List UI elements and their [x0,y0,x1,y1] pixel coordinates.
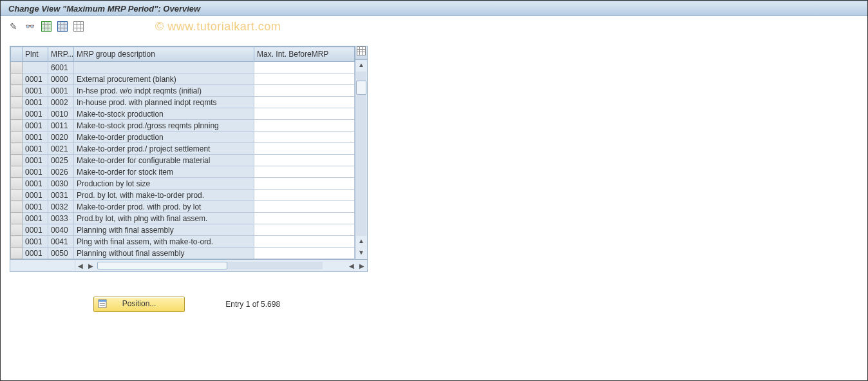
position-icon [98,299,107,308]
row-selector[interactable] [11,155,23,166]
max-input[interactable] [257,214,352,223]
max-input[interactable] [257,179,352,188]
cell-max[interactable] [254,143,355,155]
cell-plnt: 0001 [23,143,48,155]
row-selector[interactable] [11,248,23,259]
cell-max[interactable] [254,190,355,201]
max-input[interactable] [257,144,352,153]
row-selector[interactable] [11,213,23,224]
max-input[interactable] [257,226,352,235]
hscroll-left-icon[interactable]: ◀ [75,262,86,269]
deselect-all-icon[interactable] [72,20,85,33]
cell-desc: Production by lot size [74,178,254,190]
cell-max[interactable] [254,224,355,236]
display-icon[interactable] [23,20,36,33]
table-row: 00010010Make-to-stock production [11,108,355,120]
vertical-scrollbar[interactable]: ▲ ▲ ▼ [355,46,367,259]
row-selector[interactable] [11,120,23,132]
cell-max[interactable] [254,108,355,120]
cell-max[interactable] [254,213,355,224]
cell-max[interactable] [254,166,355,178]
row-selector[interactable] [11,132,23,143]
scroll-up-icon[interactable]: ▲ [355,60,367,72]
cell-mrp: 0011 [48,120,74,132]
hscroll-right2-icon[interactable]: ▶ [357,262,367,269]
row-selector[interactable] [11,224,23,236]
cell-max[interactable] [254,201,355,213]
row-selector[interactable] [11,85,23,97]
cell-max[interactable] [254,97,355,108]
col-plnt[interactable]: Plnt [23,47,48,62]
cell-desc: External procurement (blank) [74,73,254,85]
col-select[interactable] [11,47,23,62]
col-mrp[interactable]: MRP... [48,47,74,62]
row-selector[interactable] [11,236,23,248]
cell-max[interactable] [254,178,355,190]
max-input[interactable] [257,86,352,95]
cell-desc: In-hse prod. w/o indpt reqmts (initial) [74,85,254,97]
toolbar: © www.tutorialkart.com [1,16,867,42]
scroll-down-icon[interactable]: ▼ [355,248,367,259]
cell-max[interactable] [254,85,355,97]
hscroll-track[interactable] [97,262,323,269]
max-input[interactable] [257,237,352,246]
cell-plnt [23,62,48,73]
max-input[interactable] [257,202,352,211]
position-button[interactable]: Position... [93,297,185,312]
cell-max[interactable] [254,120,355,132]
max-input[interactable] [257,133,352,142]
max-input[interactable] [257,249,352,258]
max-input[interactable] [257,191,352,200]
cell-max[interactable] [254,73,355,85]
table-row: 00010002In-house prod. with planned indp… [11,97,355,108]
row-selector[interactable] [11,190,23,201]
max-input[interactable] [257,156,352,165]
scroll-track[interactable] [356,72,366,236]
row-selector[interactable] [11,143,23,155]
cell-mrp: 0031 [48,190,74,201]
scroll-up2-icon[interactable]: ▲ [355,236,367,248]
cell-plnt: 0001 [23,224,48,236]
row-selector[interactable] [11,108,23,120]
max-input[interactable] [257,63,352,72]
max-input[interactable] [257,121,352,130]
col-max[interactable]: Max. Int. BeforeMRP [254,47,355,62]
row-selector[interactable] [11,166,23,178]
horizontal-scrollbar[interactable]: ◀ ▶ ◀ ▶ [10,259,367,271]
max-input[interactable] [257,98,352,107]
row-selector[interactable] [11,178,23,190]
hscroll-right-icon[interactable]: ▶ [86,262,96,269]
cell-max[interactable] [254,62,355,73]
row-selector[interactable] [11,201,23,213]
cell-max[interactable] [254,248,355,259]
svg-rect-3 [100,305,105,306]
hscroll-thumb[interactable] [97,262,227,269]
cell-plnt: 0001 [23,120,48,132]
change-icon[interactable] [7,20,20,33]
row-selector[interactable] [11,73,23,85]
col-desc[interactable]: MRP group description [74,47,254,62]
cell-mrp: 0002 [48,97,74,108]
position-button-label: Position... [122,299,156,308]
select-block-icon[interactable] [56,20,69,33]
cell-max[interactable] [254,132,355,143]
cell-desc: Make-to-stock production [74,108,254,120]
cell-max[interactable] [254,155,355,166]
cell-mrp: 0020 [48,132,74,143]
cell-desc: Prod.by lot, with plng with final assem. [74,213,254,224]
row-selector[interactable] [11,97,23,108]
cell-max[interactable] [254,236,355,248]
hscroll-left2-icon[interactable]: ◀ [346,262,357,269]
max-input[interactable] [257,110,352,119]
row-selector[interactable] [11,62,23,73]
max-input[interactable] [257,168,352,177]
cell-desc: Planning without final assembly [74,248,254,259]
config-columns-icon[interactable] [355,46,367,60]
scroll-thumb[interactable] [356,81,366,95]
cell-mrp: 0026 [48,166,74,178]
entry-count: Entry 1 of 5.698 [225,300,280,309]
table-row: 00010033Prod.by lot, with plng with fina… [11,213,355,224]
cell-plnt: 0001 [23,73,48,85]
max-input[interactable] [257,75,352,84]
select-all-icon[interactable] [40,20,53,33]
